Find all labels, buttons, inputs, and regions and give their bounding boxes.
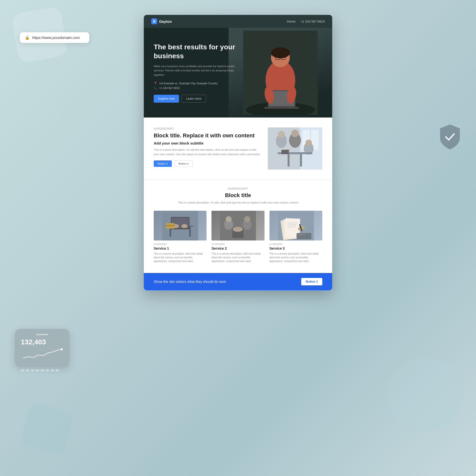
svg-rect-56: [298, 234, 300, 235]
svg-point-44: [244, 216, 250, 222]
content-left: SUPERSCRIPT Block title. Replace it with…: [154, 127, 260, 167]
svg-rect-57: [300, 234, 302, 235]
url-text: https://www.yourdomain.com: [32, 35, 80, 40]
svg-point-45: [233, 227, 243, 232]
services-title: Block title: [154, 192, 322, 199]
phone-icon: 📞: [154, 87, 157, 90]
url-bar[interactable]: 🔒 https://www.yourdomain.com: [20, 32, 89, 43]
service-image-2: [211, 211, 264, 240]
block-button-2[interactable]: Button 2: [174, 160, 193, 167]
service-2-name: Service 2: [211, 246, 264, 250]
nav-links: Home +1 234 567 8910: [287, 20, 325, 23]
hero-section: The best results for your business Make …: [144, 28, 332, 118]
block-subtitle: Add your own block subtitle: [154, 141, 260, 145]
explore-now-button[interactable]: Explore now: [154, 95, 179, 103]
service-card-2: Category Service 2 This is a service des…: [211, 211, 264, 263]
service-card-1: Category Service 1 This is a service des…: [154, 211, 207, 263]
hero-buttons: Explore now Learn more: [154, 95, 238, 103]
service-3-desc: This is a service description. Add more …: [269, 252, 322, 263]
content-right: [268, 127, 322, 170]
svg-rect-38: [166, 225, 175, 226]
chart-area: [21, 348, 63, 363]
cta-button[interactable]: Button 1: [301, 278, 322, 285]
cta-bar: Show the site visitors what they should …: [144, 273, 332, 290]
service-3-name: Service 3: [269, 246, 322, 250]
svg-point-0: [61, 348, 63, 350]
svg-point-23: [305, 140, 312, 146]
hero-title: The best results for your business: [154, 43, 238, 61]
nav-phone: +1 234 567 8910: [300, 20, 325, 23]
block-description: This is a block description. To edit thi…: [154, 148, 260, 156]
service-3-category: Category: [269, 243, 322, 245]
block-image: [268, 127, 322, 170]
service-2-desc: This is a service description. Add more …: [211, 252, 264, 263]
widget-handle: [36, 334, 48, 335]
svg-point-36: [181, 224, 187, 228]
services-section: SUPERSCRIPT Block title This is a block …: [144, 180, 332, 273]
section-buttons: Button 1 Button 2: [154, 160, 260, 167]
service-1-name: Service 1: [154, 246, 207, 250]
hero-person-photo: [229, 28, 332, 118]
svg-point-21: [291, 130, 299, 137]
services-grid: Category Service 1 This is a service des…: [154, 211, 322, 263]
nav-home[interactable]: Home: [287, 20, 296, 23]
learn-more-button[interactable]: Learn more: [181, 95, 206, 103]
svg-point-19: [278, 131, 285, 138]
hero-phone: 📞 +1 234 567 8910: [154, 87, 238, 90]
services-description: This is a block description. To edit, cl…: [154, 201, 322, 205]
chart-bars: [21, 361, 63, 371]
cta-text: Show the site visitors what they should …: [154, 280, 226, 284]
service-card-3: Category Service 3 This is a service des…: [269, 211, 322, 263]
bg-decoration-3: [20, 402, 74, 456]
block-content-section: SUPERSCRIPT Block title. Replace it with…: [144, 118, 332, 179]
site-nav: Dayton Home +1 234 567 8910: [144, 15, 332, 28]
svg-rect-11: [264, 107, 299, 109]
hero-subtitle: Make your business more profitable and p…: [154, 64, 238, 77]
service-1-category: Category: [154, 243, 207, 245]
shield-widget: [439, 124, 461, 151]
hero-info: 📍 1st Example st., Example City, Example…: [154, 82, 238, 90]
svg-rect-25: [288, 154, 290, 167]
svg-point-8: [271, 47, 290, 58]
block-superscript: SUPERSCRIPT: [154, 127, 260, 130]
hero-address: 📍 1st Example st., Example City, Example…: [154, 82, 238, 85]
stat-number: 132,403: [21, 338, 63, 346]
site-logo: Dayton: [151, 18, 172, 24]
svg-rect-58: [303, 234, 305, 235]
block-button-1[interactable]: Button 1: [154, 160, 172, 167]
block-title: Block title. Replace it with own content: [154, 132, 260, 139]
svg-point-42: [226, 216, 232, 222]
service-image-1: [154, 211, 207, 240]
stats-widget: 132,403: [15, 329, 69, 367]
service-image-3: [269, 211, 322, 240]
svg-rect-55: [297, 233, 311, 239]
svg-rect-28: [281, 150, 289, 154]
hero-content: The best results for your business Make …: [154, 43, 238, 103]
hero-image: [229, 28, 332, 118]
browser-window: Dayton Home +1 234 567 8910: [144, 15, 332, 290]
service-1-desc: This is a service description. Add more …: [154, 252, 207, 263]
lock-icon: 🔒: [25, 35, 30, 40]
services-superscript: SUPERSCRIPT: [154, 187, 322, 190]
location-icon: 📍: [154, 82, 157, 85]
content-row: SUPERSCRIPT Block title. Replace it with…: [154, 127, 322, 170]
logo-text: Dayton: [159, 19, 172, 24]
logo-icon: [151, 18, 157, 24]
svg-rect-26: [300, 154, 302, 167]
service-2-category: Category: [211, 243, 264, 245]
bg-decoration-2: [388, 358, 462, 433]
